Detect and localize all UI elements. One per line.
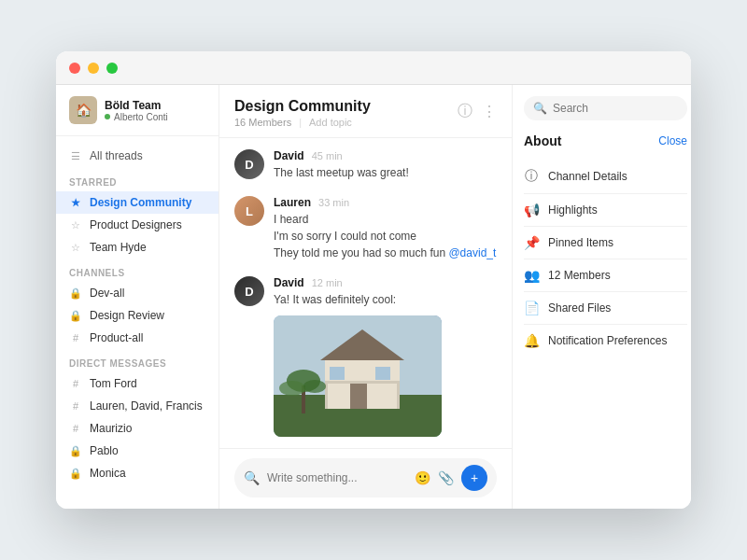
svg-point-12: [279, 381, 305, 396]
about-notifications[interactable]: 🔔 Notification Preferences: [524, 325, 687, 357]
about-pinned-items[interactable]: 📌 Pinned Items: [524, 227, 687, 259]
file-icon: 📄: [524, 301, 539, 315]
chat-header: Design Community 16 Members | Add topic …: [219, 85, 512, 138]
online-indicator: [105, 114, 110, 119]
svg-rect-4: [350, 383, 367, 409]
all-threads-item[interactable]: ☰ All threads: [56, 144, 218, 168]
close-button[interactable]: [69, 63, 80, 74]
sidebar-item-dev-all[interactable]: 🔒 Dev-all: [56, 282, 218, 304]
lock-icon-dm5: 🔒: [69, 468, 82, 480]
sender-david-2: David: [274, 276, 304, 289]
messages-area: D David 45 min The last meetup was great…: [219, 138, 512, 448]
sidebar-item-monica[interactable]: 🔒 Monica: [56, 462, 218, 484]
chat-input-area: 🔍 🙂 📎 +: [219, 448, 512, 509]
search-input[interactable]: [553, 102, 678, 115]
sidebar-item-team-hyde[interactable]: ☆ Team Hyde: [56, 236, 218, 259]
starred-section-label: STARRED: [56, 168, 218, 191]
maximize-button[interactable]: [106, 63, 118, 74]
message-3-content: David 12 min Ya! It was definitely cool:: [274, 276, 497, 437]
message-1: D David 45 min The last meetup was great…: [234, 149, 497, 181]
star-icon: ☆: [69, 219, 82, 231]
chat-header-actions: ⓘ ⋮: [458, 102, 497, 121]
message-3: D David 12 min Ya! It was definitely coo…: [234, 276, 497, 437]
search-icon-input: 🔍: [244, 470, 260, 485]
chat-header-left: Design Community 16 Members | Add topic: [234, 98, 371, 128]
svg-rect-6: [375, 367, 390, 380]
channels-section-label: CHANNELS: [56, 259, 218, 282]
time-1: 45 min: [312, 150, 343, 161]
hash-icon-dm3: #: [69, 423, 82, 434]
lock-icon-2: 🔒: [69, 310, 82, 322]
svg-rect-7: [325, 381, 400, 384]
sender-lauren: Lauren: [274, 196, 311, 209]
title-bar: [56, 51, 691, 85]
message-1-text: The last meetup was great!: [274, 164, 497, 181]
megaphone-icon: 📢: [524, 203, 539, 217]
sidebar-item-lauren-david-francis[interactable]: # Lauren, David, Francis: [56, 395, 218, 417]
message-image: [274, 315, 442, 437]
hash-icon: #: [69, 332, 82, 343]
sidebar-item-product-all[interactable]: # Product-all: [56, 327, 218, 349]
message-3-text: Ya! It was definitely cool:: [274, 291, 497, 308]
svg-point-13: [303, 380, 326, 393]
workspace-name: Böld Team: [105, 99, 168, 112]
avatar-david-2: D: [234, 276, 264, 306]
sidebar-item-pablo[interactable]: 🔒 Pablo: [56, 440, 218, 462]
threads-icon: ☰: [69, 150, 82, 162]
sidebar-item-design-review[interactable]: 🔒 Design Review: [56, 304, 218, 327]
message-2: L Lauren 33 min I heard I'm so sorry I c…: [234, 196, 497, 261]
star-filled-icon: ★: [69, 197, 82, 209]
about-channel-details[interactable]: ⓘ Channel Details: [524, 160, 687, 194]
sidebar-item-tom-ford[interactable]: # Tom Ford: [56, 372, 218, 395]
sender-david-1: David: [274, 149, 304, 162]
time-2: 33 min: [318, 197, 349, 208]
workspace-user: Alberto Conti: [105, 112, 168, 122]
message-input[interactable]: [267, 471, 407, 484]
minimize-button[interactable]: [88, 63, 99, 74]
message-1-content: David 45 min The last meetup was great!: [274, 149, 497, 181]
members-count: 16 Members: [234, 117, 291, 128]
main-layout: 🏠 Böld Team Alberto Conti ☰ All threads …: [56, 85, 691, 509]
sidebar-item-design-community[interactable]: ★ Design Community: [56, 191, 218, 214]
sidebar-item-product-designers[interactable]: ☆ Product Designers: [56, 214, 218, 236]
hash-icon-dm1: #: [69, 378, 82, 389]
bell-icon: 🔔: [524, 333, 539, 348]
chat-title: Design Community: [234, 98, 371, 115]
chat-input-box: 🔍 🙂 📎 +: [234, 458, 497, 497]
avatar-lauren: L: [234, 196, 264, 226]
lock-icon-dm4: 🔒: [69, 445, 82, 457]
hash-icon-dm2: #: [69, 400, 82, 412]
svg-rect-9: [397, 381, 400, 409]
emoji-icon[interactable]: 🙂: [415, 470, 430, 485]
add-topic[interactable]: Add topic: [309, 117, 352, 128]
dm-section-label: DIRECT MESSAGES: [56, 349, 218, 372]
app-window: 🏠 Böld Team Alberto Conti ☰ All threads …: [56, 51, 691, 509]
message-2-text: I heard I'm so sorry I could not come Th…: [274, 211, 497, 261]
attach-icon[interactable]: 📎: [438, 470, 454, 485]
meta-separator: |: [299, 117, 302, 128]
right-panel: 🔍 About Close ⓘ Channel Details 📢 Highli…: [512, 85, 691, 509]
chat-area: Design Community 16 Members | Add topic …: [219, 85, 512, 509]
chat-meta: 16 Members | Add topic: [234, 117, 371, 128]
search-icon: 🔍: [533, 102, 547, 115]
sidebar: 🏠 Böld Team Alberto Conti ☰ All threads …: [56, 85, 219, 509]
close-panel-button[interactable]: Close: [658, 134, 687, 147]
message-2-content: Lauren 33 min I heard I'm so sorry I cou…: [274, 196, 497, 261]
sidebar-item-maurizio[interactable]: # Maurizio: [56, 417, 218, 440]
workspace-header[interactable]: 🏠 Böld Team Alberto Conti: [56, 96, 218, 136]
info-icon[interactable]: ⓘ: [458, 102, 472, 121]
time-3: 12 min: [312, 277, 343, 288]
about-shared-files[interactable]: 📄 Shared Files: [524, 292, 687, 325]
mention-david: @david_t: [448, 246, 496, 259]
about-header: About Close: [524, 133, 687, 148]
info-circle-icon: ⓘ: [524, 168, 539, 185]
svg-rect-5: [330, 367, 345, 380]
pin-icon: 📌: [524, 235, 539, 250]
chat-header-wrapper: Design Community 16 Members | Add topic …: [234, 98, 497, 128]
lock-icon: 🔒: [69, 287, 82, 300]
more-icon[interactable]: ⋮: [482, 103, 497, 120]
members-icon: 👥: [524, 268, 539, 283]
send-button[interactable]: +: [461, 465, 487, 491]
about-highlights[interactable]: 📢 Highlights: [524, 194, 687, 227]
about-members[interactable]: 👥 12 Members: [524, 259, 687, 292]
